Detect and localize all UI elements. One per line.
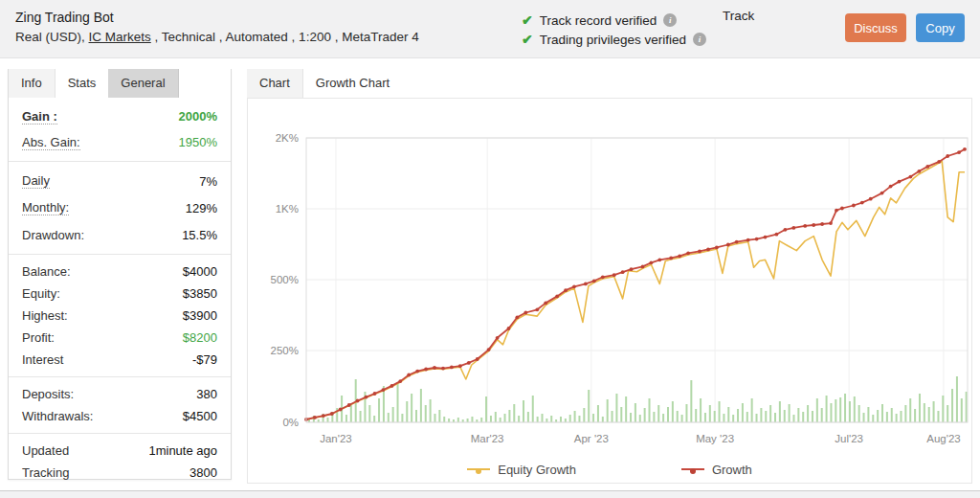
svg-text:1K%: 1K% [276, 203, 299, 215]
divider [9, 433, 231, 434]
stat-label: Drawdown: [22, 228, 84, 242]
legend-item-growth[interactable]: Growth [681, 463, 752, 477]
page-title: Zing Trading Bot [15, 10, 114, 25]
stat-value: 15.5% [182, 228, 217, 242]
stat-row-drawdown: Drawdown: 15.5% [9, 221, 231, 248]
divider [9, 161, 231, 162]
stat-row-highest: Highest: $3900 [9, 305, 231, 327]
stats-panel-tabs: Info Stats General [9, 69, 231, 98]
tab-chart[interactable]: Chart [247, 69, 303, 98]
chart-legend: Equity Growth Growth [248, 463, 971, 477]
stat-label: Withdrawals: [22, 409, 93, 423]
stat-row-tracking: Tracking 3800 [9, 462, 231, 484]
stat-row-gain: Gain : 2000% [9, 103, 231, 129]
checkmark-icon: ✔ [522, 12, 533, 28]
stat-value: $3900 [183, 308, 217, 323]
legend-label: Equity Growth [498, 463, 576, 477]
divider [9, 254, 231, 255]
stat-value: 129% [186, 201, 217, 215]
stat-value: $4500 [183, 409, 217, 423]
broker-link[interactable]: IC Markets [89, 30, 151, 44]
stat-value: 3800 [189, 465, 217, 480]
stat-row-balance: Balance: $4000 [9, 260, 231, 283]
discuss-button[interactable]: Discuss [845, 13, 906, 42]
stat-value: 1950% [179, 135, 217, 149]
track-label: Track [723, 9, 754, 23]
stat-value: 2000% [179, 109, 217, 124]
verified-label: Trading privileges verified [540, 33, 686, 47]
stat-label: Balance: [22, 264, 71, 279]
tab-stats[interactable]: Stats [56, 69, 109, 98]
stat-label: Updated [22, 443, 69, 458]
track-record-verified: ✔ Track record verified i [522, 11, 706, 30]
stat-label: Equity: [22, 286, 60, 301]
stat-row-abs-gain: Abs. Gain: 1950% [9, 129, 231, 155]
page-bottom-strip [0, 490, 980, 498]
tab-growth-chart[interactable]: Growth Chart [303, 69, 402, 98]
stat-value: -$79 [192, 352, 217, 367]
legend-label: Growth [712, 463, 752, 477]
svg-text:Mar'23: Mar'23 [471, 433, 504, 444]
stat-value: $3850 [183, 286, 217, 301]
info-icon[interactable]: i [663, 13, 677, 27]
account-subtitle: Real (USD), IC Markets , Technical , Aut… [15, 30, 419, 44]
verification-badges: ✔ Track record verified i ✔ Trading priv… [522, 11, 706, 49]
stat-row-deposits: Deposits: 380 [9, 383, 231, 405]
stat-value: 380 [196, 387, 217, 401]
stat-label[interactable]: Abs. Gain: [22, 135, 80, 150]
subtitle-suffix: , Technical , Automated , 1:200 , MetaTr… [151, 30, 419, 44]
svg-text:Aug'23: Aug'23 [926, 433, 960, 444]
stat-row-updated: Updated 1minute ago [9, 440, 231, 462]
verified-label: Track record verified [540, 13, 657, 28]
subtitle-prefix: Real (USD), [15, 30, 89, 44]
checkmark-icon: ✔ [522, 32, 533, 47]
stat-label: Deposits: [22, 387, 74, 401]
svg-text:Jan'23: Jan'23 [320, 433, 352, 444]
svg-text:2K%: 2K% [276, 132, 299, 144]
stats-panel: Info Stats General Gain : 2000% Abs. Gai… [8, 69, 232, 480]
stat-row-equity: Equity: $3850 [9, 283, 231, 305]
stat-label: Profit: [22, 330, 55, 345]
legend-item-equity-growth[interactable]: Equity Growth [467, 463, 576, 477]
tab-general[interactable]: General [108, 69, 178, 98]
divider [9, 376, 231, 377]
tab-info[interactable]: Info [9, 69, 56, 98]
stat-row-interest: Interest -$79 [9, 349, 231, 371]
svg-text:Apr '23: Apr '23 [574, 433, 609, 444]
svg-text:500%: 500% [271, 274, 299, 285]
stat-value: $4000 [183, 264, 217, 279]
header: Zing Trading Bot Real (USD), IC Markets … [0, 0, 980, 58]
svg-text:250%: 250% [271, 345, 299, 356]
stat-label: Interest [22, 352, 63, 367]
stat-label[interactable]: Gain : [22, 109, 57, 124]
stat-value: $8200 [183, 330, 217, 345]
stat-label: Highest: [22, 308, 68, 323]
stats-rows: Gain : 2000% Abs. Gain: 1950% Daily 7% M… [9, 98, 231, 484]
stat-row-withdrawals: Withdrawals: $4500 [9, 405, 231, 427]
stat-label[interactable]: Monthly: [22, 200, 69, 215]
info-icon[interactable]: i [693, 33, 706, 46]
stat-label: Tracking [22, 465, 69, 480]
chart-tabs: Chart Growth Chart [247, 69, 972, 98]
stat-value: 1minute ago [148, 443, 217, 458]
growth-line-marker-icon [681, 468, 704, 472]
chart-panel: Chart Growth Chart 2K%1K%500%250%0%Jan'2… [247, 69, 972, 484]
trading-privileges-verified: ✔ Trading privileges verified i [522, 30, 706, 49]
growth-chart-body: 2K%1K%500%250%0%Jan'23Mar'23Apr '23May '… [247, 98, 972, 484]
growth-chart-svg: 2K%1K%500%250%0%Jan'23Mar'23Apr '23May '… [248, 99, 971, 453]
copy-button[interactable]: Copy [916, 13, 965, 42]
svg-text:Jul'23: Jul'23 [835, 433, 863, 444]
stat-row-monthly: Monthly: 129% [9, 194, 231, 221]
svg-text:May '23: May '23 [696, 433, 734, 444]
svg-text:0%: 0% [282, 417, 299, 428]
equity-line-marker-icon [467, 468, 490, 472]
stat-value: 7% [199, 174, 217, 189]
stat-row-profit: Profit: $8200 [9, 327, 231, 349]
stat-row-daily: Daily 7% [9, 168, 231, 194]
stat-label[interactable]: Daily [22, 173, 50, 189]
